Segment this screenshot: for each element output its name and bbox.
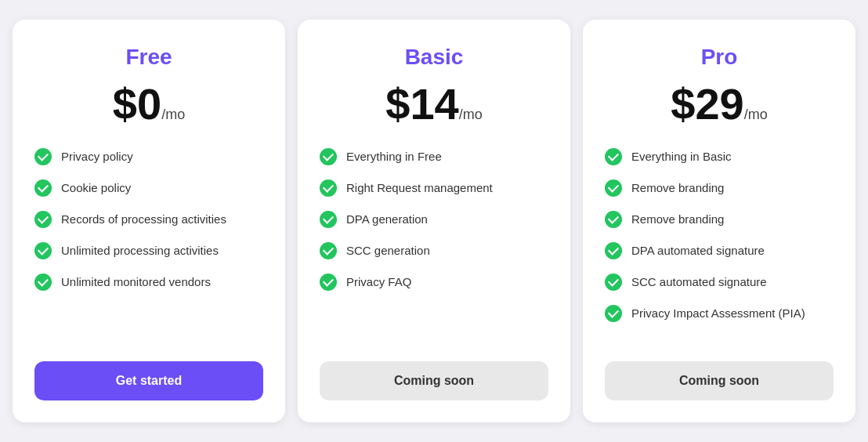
list-item: Everything in Basic — [605, 148, 834, 165]
feature-text: Unlimited monitored vendors — [61, 274, 263, 290]
checkmark-icon — [34, 242, 52, 259]
list-item: DPA generation — [320, 211, 548, 228]
checkmark-icon — [34, 274, 52, 291]
list-item: Remove branding — [605, 211, 834, 228]
list-item: Remove branding — [605, 179, 834, 197]
cta-button-free[interactable]: Get started — [34, 361, 263, 400]
feature-text: Privacy Impact Assessment (PIA) — [631, 305, 834, 321]
plan-title-free: Free — [34, 45, 263, 70]
plan-title-basic: Basic — [320, 45, 548, 70]
list-item: Privacy policy — [34, 148, 263, 165]
list-item: Privacy Impact Assessment (PIA) — [605, 305, 834, 322]
checkmark-icon — [34, 148, 52, 165]
features-list-basic: Everything in FreeRight Request manageme… — [320, 148, 548, 336]
price-amount-pro: $29 — [671, 79, 743, 129]
checkmark-icon — [34, 179, 52, 197]
feature-text: Cookie policy — [61, 179, 263, 196]
checkmark-icon — [320, 274, 337, 291]
feature-text: DPA generation — [346, 211, 548, 227]
list-item: Records of processing activities — [34, 211, 263, 228]
checkmark-icon — [605, 179, 622, 197]
checkmark-icon — [320, 211, 337, 228]
feature-text: Privacy FAQ — [346, 274, 548, 290]
feature-text: Everything in Free — [346, 148, 548, 165]
features-list-free: Privacy policyCookie policyRecords of pr… — [34, 148, 263, 336]
list-item: Unlimited monitored vendors — [34, 274, 263, 291]
price-amount-free: $0 — [113, 79, 161, 129]
price-period-pro: /mo — [744, 107, 768, 122]
feature-text: SCC generation — [346, 242, 548, 259]
price-row-pro: $29/mo — [605, 82, 834, 126]
feature-text: Unlimited processing activities — [61, 242, 263, 259]
checkmark-icon — [605, 148, 622, 165]
price-amount-basic: $14 — [385, 79, 458, 129]
checkmark-icon — [320, 148, 337, 165]
checkmark-icon — [320, 179, 337, 197]
list-item: Right Request management — [320, 179, 548, 197]
cta-button-basic[interactable]: Coming soon — [320, 361, 548, 400]
list-item: Privacy FAQ — [320, 274, 548, 291]
checkmark-icon — [34, 211, 52, 228]
list-item: Cookie policy — [34, 179, 263, 197]
cta-button-pro[interactable]: Coming soon — [605, 361, 834, 400]
feature-text: Remove branding — [631, 179, 834, 196]
feature-text: SCC automated signature — [631, 274, 834, 290]
pricing-card-basic: Basic$14/moEverything in FreeRight Reque… — [298, 20, 570, 422]
list-item: Everything in Free — [320, 148, 548, 165]
checkmark-icon — [320, 242, 337, 259]
feature-text: DPA automated signature — [631, 242, 834, 259]
list-item: DPA automated signature — [605, 242, 834, 259]
pricing-card-pro: Pro$29/moEverything in BasicRemove brand… — [583, 20, 855, 422]
price-row-basic: $14/mo — [320, 82, 548, 126]
feature-text: Remove branding — [631, 211, 834, 227]
price-row-free: $0/mo — [34, 82, 263, 126]
features-list-pro: Everything in BasicRemove brandingRemove… — [605, 148, 834, 336]
price-period-free: /mo — [161, 107, 185, 122]
pricing-card-free: Free$0/moPrivacy policyCookie policyReco… — [13, 20, 285, 422]
feature-text: Records of processing activities — [61, 211, 263, 227]
plan-title-pro: Pro — [605, 45, 834, 70]
list-item: SCC automated signature — [605, 274, 834, 291]
checkmark-icon — [605, 211, 622, 228]
feature-text: Everything in Basic — [631, 148, 834, 165]
list-item: SCC generation — [320, 242, 548, 259]
list-item: Unlimited processing activities — [34, 242, 263, 259]
checkmark-icon — [605, 305, 622, 322]
pricing-container: Free$0/moPrivacy policyCookie policyReco… — [13, 20, 855, 422]
price-period-basic: /mo — [459, 107, 483, 122]
checkmark-icon — [605, 274, 622, 291]
feature-text: Privacy policy — [61, 148, 263, 165]
checkmark-icon — [605, 242, 622, 259]
feature-text: Right Request management — [346, 179, 548, 196]
